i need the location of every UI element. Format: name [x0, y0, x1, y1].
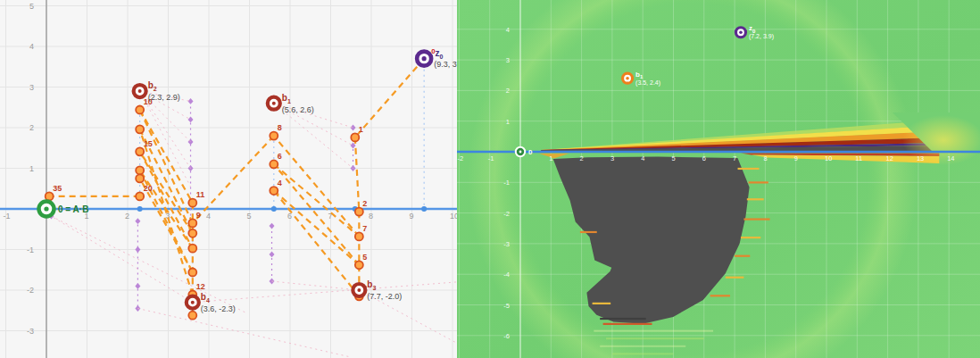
iterate-point[interactable] [188, 312, 196, 320]
svg-text:2: 2 [580, 154, 584, 162]
svg-text:6: 6 [702, 154, 706, 162]
iterate-point[interactable] [270, 187, 278, 195]
iterate-point-label: 4 [278, 179, 282, 187]
iterate-point[interactable] [136, 174, 144, 182]
svg-text:4: 4 [506, 26, 510, 34]
iterate-point-label: 20 [144, 184, 153, 193]
iterate-point-label: 12 [196, 282, 205, 291]
svg-text:-2: -2 [503, 210, 510, 218]
svg-text:9: 9 [410, 212, 414, 221]
svg-text:-1: -1 [4, 212, 11, 221]
point-b2-coords: (2.3, 2.9) [148, 93, 180, 102]
iterate-point[interactable] [270, 160, 278, 168]
iterate-point[interactable] [188, 268, 196, 276]
iterate-point[interactable] [136, 192, 144, 200]
svg-text:10: 10 [825, 154, 832, 162]
svg-text:3: 3 [29, 83, 34, 92]
svg-text:-4: -4 [503, 271, 510, 279]
svg-text:-2: -2 [27, 286, 34, 295]
point-b1-right-coords: (3.5, 2.4) [635, 79, 660, 87]
iterate-point[interactable] [136, 125, 144, 133]
svg-text:1: 1 [549, 154, 552, 162]
svg-text:4: 4 [206, 212, 211, 221]
svg-text:7: 7 [733, 154, 736, 162]
origin-label: 0 [528, 148, 533, 156]
svg-text:13: 13 [917, 154, 924, 162]
svg-text:-1: -1 [503, 179, 510, 187]
svg-text:12: 12 [886, 154, 893, 162]
iterate-point[interactable] [188, 199, 196, 207]
svg-text:1: 1 [29, 164, 34, 173]
iterate-point[interactable] [188, 245, 196, 253]
iterate-point-label: 1 [359, 125, 363, 134]
svg-text:-3: -3 [27, 327, 34, 336]
svg-text:4: 4 [29, 42, 34, 51]
svg-text:2: 2 [506, 87, 510, 95]
point-A-label: 0 = A·B [58, 204, 88, 214]
iterate-point[interactable] [355, 261, 363, 269]
svg-text:5: 5 [29, 2, 34, 11]
svg-text:3: 3 [610, 154, 614, 162]
svg-text:-6: -6 [503, 332, 510, 340]
iterate-point[interactable] [355, 232, 363, 240]
iterate-point-label: 9 [196, 211, 201, 220]
svg-text:8: 8 [763, 154, 767, 162]
iterate-point[interactable] [136, 166, 144, 174]
svg-text:1: 1 [506, 118, 510, 126]
iterate-point-label: 15 [144, 139, 153, 148]
iterate-point-label: 11 [196, 190, 205, 199]
svg-text:-1: -1 [27, 246, 34, 254]
iterate-point-label: 5 [362, 253, 367, 262]
svg-text:5: 5 [672, 154, 676, 162]
svg-text:11: 11 [855, 154, 862, 162]
iterate-point[interactable] [270, 132, 278, 140]
point-b4-coords: (3.6, -2.3) [201, 304, 236, 313]
iterate-point-label: 8 [278, 123, 282, 132]
iterate-point-label: 2 [362, 199, 367, 208]
point-z0-right-coords: (7.2, 3.9) [749, 33, 774, 40]
svg-text:4: 4 [641, 154, 644, 162]
iterate-point[interactable] [188, 229, 196, 237]
iterate-point[interactable] [355, 208, 363, 216]
svg-text:2: 2 [125, 212, 129, 221]
svg-text:-3: -3 [503, 240, 510, 248]
left-plot-svg[interactable]: -11234567891054321-1-2-33510152011912864… [0, 0, 457, 358]
iterate-point-label: 35 [53, 184, 62, 193]
point-b3-coords: (7.7, -2.0) [367, 292, 402, 301]
svg-text:-1: -1 [488, 154, 494, 162]
iterate-point[interactable] [136, 147, 144, 155]
svg-text:3: 3 [506, 56, 510, 64]
iterate-point-label: 6 [278, 152, 282, 161]
svg-text:5: 5 [247, 212, 252, 221]
iterate-point-label: 7 [362, 224, 367, 233]
iterate-point[interactable] [46, 192, 54, 200]
point-b1-coords: (5.6, 2.6) [282, 105, 314, 114]
svg-text:2: 2 [29, 123, 34, 132]
svg-text:14: 14 [947, 154, 954, 162]
iterate-point[interactable] [351, 133, 359, 141]
svg-text:-5: -5 [503, 302, 510, 310]
svg-text:9: 9 [794, 154, 798, 162]
svg-text:-2: -2 [457, 154, 463, 162]
left-graph-panel[interactable]: -11234567891054321-1-2-33510152011912864… [0, 0, 457, 358]
svg-text:10: 10 [450, 212, 457, 221]
iterate-point[interactable] [188, 219, 196, 227]
right-plot-svg[interactable]: -2-112345678910111213144321-1-2-3-4-5-60… [457, 0, 980, 358]
app-root: { "colors": { "axis_blue": "#4a90e2", "o… [0, 0, 980, 358]
svg-text:8: 8 [369, 212, 373, 221]
point-z0-coords: (9.3, 3.7) [434, 60, 457, 69]
right-domain-panel[interactable]: -2-112345678910111213144321-1-2-3-4-5-60… [457, 0, 980, 358]
iterate-point[interactable] [136, 105, 144, 113]
